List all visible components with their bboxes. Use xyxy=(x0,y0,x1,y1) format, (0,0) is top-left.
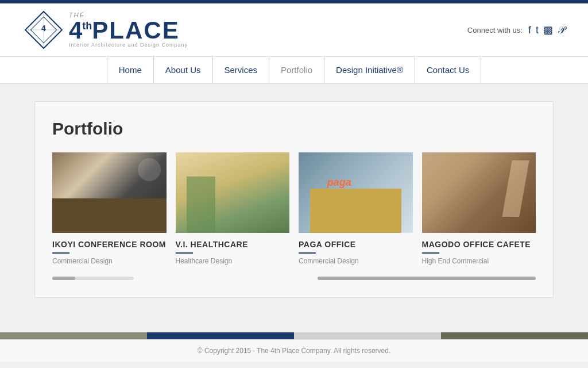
nav-contact[interactable]: Contact Us xyxy=(415,57,481,83)
portfolio-name: V.I. HEALTHCARE xyxy=(176,240,290,249)
social-area: Connect with us: f t ▩ 𝒫 xyxy=(467,24,565,36)
logo-brand-text: THE 4 th PLACE Interior Architecture and… xyxy=(69,12,188,48)
scrollbar-area xyxy=(52,277,536,280)
portfolio-category: Commercial Design xyxy=(299,257,413,265)
portfolio-item[interactable]: IKOYI CONFERENCE ROOM Commercial Design xyxy=(52,152,167,265)
portfolio-container: Portfolio IKOYI CONFERENCE ROOM Commerci… xyxy=(34,101,554,298)
portfolio-image-healthcare xyxy=(176,152,290,233)
scrollbar-track-right[interactable] xyxy=(318,277,536,280)
pinterest-icon[interactable]: 𝒫 xyxy=(558,24,565,36)
scrollbar-track-left[interactable] xyxy=(52,277,134,280)
nav-home[interactable]: Home xyxy=(107,57,154,83)
scrollbar-thumb-right[interactable] xyxy=(318,277,536,280)
portfolio-item[interactable]: PAGA OFFICE Commercial Design xyxy=(299,152,413,265)
portfolio-grid: IKOYI CONFERENCE ROOM Commercial Design … xyxy=(52,152,536,265)
nav-portfolio[interactable]: Portfolio xyxy=(269,57,324,83)
strip-dark xyxy=(441,332,588,339)
portfolio-item[interactable]: MAGODO OFFICE CAFETE High End Commercial xyxy=(422,152,536,265)
social-icons[interactable]: f t ▩ 𝒫 xyxy=(528,24,565,36)
footer-strip xyxy=(0,332,588,339)
portfolio-name: IKOYI CONFERENCE ROOM xyxy=(52,240,167,249)
facebook-icon[interactable]: f xyxy=(528,24,531,36)
nav-design-initiative[interactable]: Design Initiative® xyxy=(324,57,415,83)
portfolio-item[interactable]: V.I. HEALTHCARE Healthcare Design xyxy=(176,152,290,265)
logo-diamond-icon: 4 xyxy=(23,9,64,51)
portfolio-divider xyxy=(52,252,69,254)
strip-blue xyxy=(147,332,294,339)
portfolio-category: High End Commercial xyxy=(422,257,536,265)
portfolio-name: MAGODO OFFICE CAFETE xyxy=(422,240,536,249)
portfolio-divider xyxy=(422,252,439,254)
logo-place: PLACE xyxy=(92,18,179,43)
twitter-icon[interactable]: t xyxy=(536,24,539,36)
portfolio-category: Healthcare Design xyxy=(176,257,290,265)
footer-copyright: © Copyright 2015 · The 4th Place Company… xyxy=(0,339,588,362)
portfolio-category: Commercial Design xyxy=(52,257,167,265)
portfolio-image-paga xyxy=(299,152,413,233)
logo-number: 4 xyxy=(69,18,82,43)
svg-text:4: 4 xyxy=(41,24,46,33)
logo-superscript: th xyxy=(82,21,92,32)
strip-light xyxy=(294,332,441,339)
nav-services[interactable]: Services xyxy=(213,57,270,83)
strip-gray xyxy=(0,332,147,339)
portfolio-image-ikoyi xyxy=(52,152,167,233)
nav-about[interactable]: About Us xyxy=(154,57,213,83)
logo-area[interactable]: 4 THE 4 th PLACE Interior Architecture a… xyxy=(23,9,188,51)
portfolio-divider xyxy=(299,252,316,254)
instagram-icon[interactable]: ▩ xyxy=(543,24,553,36)
site-header: 4 THE 4 th PLACE Interior Architecture a… xyxy=(0,3,588,57)
logo-tagline: Interior Architecture and Design Company xyxy=(69,43,188,48)
main-content: Portfolio IKOYI CONFERENCE ROOM Commerci… xyxy=(0,84,588,315)
nav-bar: Home About Us Services Portfolio Design … xyxy=(0,57,588,84)
portfolio-divider xyxy=(176,252,193,254)
portfolio-name: PAGA OFFICE xyxy=(299,240,413,249)
connect-label: Connect with us: xyxy=(467,26,523,34)
portfolio-image-magodo xyxy=(422,152,536,233)
copyright-text: © Copyright 2015 · The 4th Place Company… xyxy=(198,347,391,355)
scrollbar-thumb-left[interactable] xyxy=(52,277,75,280)
portfolio-title: Portfolio xyxy=(52,119,536,139)
